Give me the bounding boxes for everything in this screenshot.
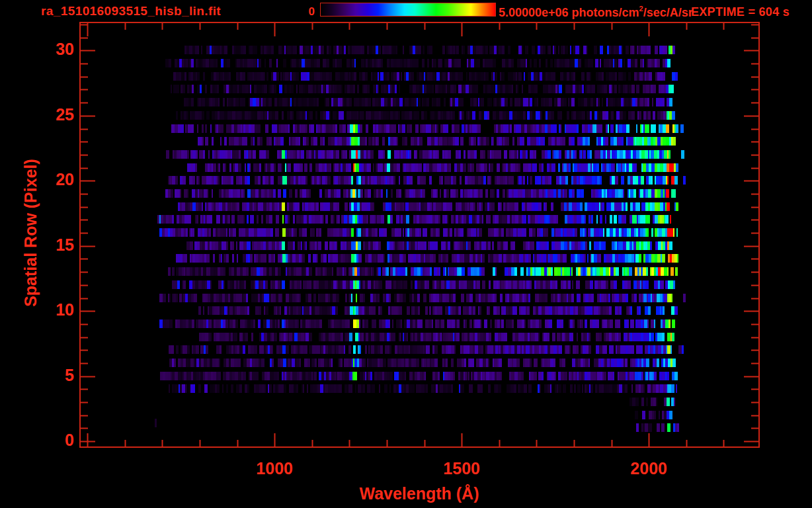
x-tick-label: 1000 bbox=[256, 459, 293, 478]
x-axis-title: Wavelength (Å) bbox=[359, 484, 479, 503]
y-tick-label: 30 bbox=[0, 40, 74, 59]
colorbar-units-suffix: /sec/A/sr bbox=[643, 6, 693, 19]
spectral-image-viewer-window: ra_151016093515_hisb_lin.fit 0 5.00000e+… bbox=[0, 0, 812, 508]
y-tick-label: 25 bbox=[0, 105, 74, 124]
colorbar-min-label: 0 bbox=[295, 5, 315, 19]
colorbar-max-label: 5.00000e+06 photons/cm2/sec/A/sr bbox=[499, 5, 693, 20]
x-tick-label: 2000 bbox=[630, 459, 667, 478]
y-axis-title: Spatial Row (Pixel) bbox=[21, 159, 40, 307]
plot-frame bbox=[79, 22, 760, 448]
exptime-label: EXPTIME = 604 s bbox=[691, 5, 790, 19]
intensity-colorbar bbox=[320, 3, 496, 17]
colorbar-max-value: 5.00000e+06 photons/cm bbox=[499, 6, 639, 19]
x-tick-label: 1500 bbox=[443, 459, 480, 478]
y-tick-label: 0 bbox=[0, 431, 74, 450]
filename-title: ra_151016093515_hisb_lin.fit bbox=[41, 4, 221, 19]
spectrogram-heatmap-canvas bbox=[81, 23, 758, 446]
colorbar-units-superscript: 2 bbox=[639, 5, 643, 13]
y-tick-label: 5 bbox=[0, 366, 74, 385]
